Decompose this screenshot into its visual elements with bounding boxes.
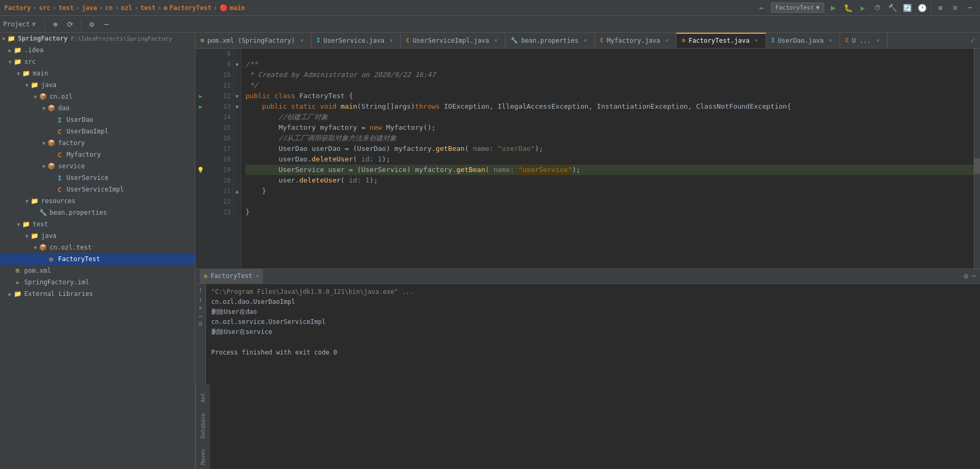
sidebar-item-userdaoimpl[interactable]: C UserDaoImpl	[0, 126, 195, 137]
bean-tab-close[interactable]: ×	[582, 37, 589, 44]
sidebar-item-src[interactable]: ▼ 📁 src	[0, 56, 195, 68]
code-line-14: //创建工厂对象	[246, 112, 974, 122]
tab-userserviceimpl[interactable]: C UserServiceImpl.java ×	[401, 33, 505, 49]
param-userdao: userDao	[312, 143, 341, 154]
idea-arrow-icon: ▶	[8, 47, 12, 53]
run-button[interactable]: ▶	[827, 2, 839, 14]
cls-userdao-17: UserDao	[279, 143, 312, 154]
terminal-line-0: "C:\Program Files\Java\jdk1.8.0_121\bin\…	[211, 287, 975, 297]
minimize-icon[interactable]: ─	[964, 2, 976, 14]
clock-icon[interactable]: 🕐	[916, 2, 928, 14]
terminal-minimize-icon[interactable]: ─	[972, 272, 976, 280]
right-tab-ant[interactable]: Ant	[198, 389, 208, 407]
breadcrumb: Factory › src › test › java › cn › ozl ›…	[4, 4, 245, 12]
cls-string: String	[361, 101, 386, 112]
code-text-area[interactable]: /** * Created by Administrator on 2020/9…	[241, 49, 974, 269]
sidebar-item-pom-xml[interactable]: m pom.xml	[0, 265, 195, 276]
sidebar-item-service[interactable]: ▼ 📦 service	[0, 160, 195, 172]
tab-userservice[interactable]: I UserService.java ×	[312, 33, 401, 49]
terminal-list-icon[interactable]: ☰	[198, 321, 203, 327]
settings-icon[interactable]: ⚙	[86, 18, 98, 31]
sidebar-item-userservice[interactable]: I UserService	[0, 172, 195, 184]
idea-label: .idea	[24, 46, 43, 54]
sidebar-item-main[interactable]: ▼ 📁 main	[0, 68, 195, 79]
sidebar-item-userserviceimpl[interactable]: C UserServiceImpl	[0, 184, 195, 195]
gutter: 8 9 ▼ 10	[195, 49, 241, 269]
restore-icon[interactable]: ⊡	[949, 2, 961, 14]
sidebar-item-resources[interactable]: ▼ 📁 resources	[0, 195, 195, 207]
sidebar-item-cn-ozl-test[interactable]: ▼ 📦 cn.ozl.test	[0, 242, 195, 253]
terminal-up-icon[interactable]: ↑	[199, 286, 202, 293]
idea-folder-icon: 📁	[13, 45, 22, 55]
main-folder-icon: 📁	[21, 69, 31, 78]
line-num-15: 15	[206, 122, 233, 133]
service-label: service	[58, 162, 85, 170]
line-num-16: 16	[206, 133, 233, 143]
back-icon[interactable]: ←	[756, 2, 768, 14]
sidebar-item-springfactory-iml[interactable]: ▪ SpringFactory.iml	[0, 276, 195, 288]
build-button[interactable]: 🔨	[887, 2, 898, 14]
pom-tab-close[interactable]: ×	[298, 37, 306, 44]
tab-userdao[interactable]: I UserDao.java ×	[766, 33, 840, 49]
line-num-12: 12	[206, 91, 233, 101]
sidebar-item-test[interactable]: ▼ 📁 test	[0, 218, 195, 230]
code-line-17: UserDao userDao = (UserDao) myfactory.ge…	[246, 143, 974, 154]
sidebar-item-external-libs[interactable]: ▶ 📁 External Libraries	[0, 288, 195, 300]
userserviceimpl-tab-close[interactable]: ×	[492, 37, 500, 44]
coverage-button[interactable]: ▶	[857, 2, 869, 14]
u-tab-close[interactable]: ×	[874, 37, 882, 44]
sidebar-item-java[interactable]: ▼ 📁 java	[0, 79, 195, 91]
project-arrow-icon: ▼	[32, 21, 36, 28]
sidebar-item-factorytest[interactable]: ⚙ FactoryTest	[0, 253, 195, 265]
code-editor[interactable]: 8 9 ▼ 10	[195, 49, 980, 269]
run-gutter-15	[195, 122, 206, 133]
sidebar-item-cn-ozl[interactable]: ▼ 📦 cn.ozl	[0, 91, 195, 102]
profiler-button[interactable]: ⏱	[872, 2, 883, 14]
terminal-tab-close[interactable]: ×	[256, 273, 259, 279]
run-gutter-13[interactable]: ▶	[195, 101, 206, 112]
u-tab-label: U ...	[852, 37, 871, 44]
sidebar-item-java-test[interactable]: ▼ 📁 java	[0, 230, 195, 242]
sync-icon[interactable]: ⟳	[64, 18, 77, 31]
userservice-tab-close[interactable]: ×	[388, 37, 395, 44]
terminal-tab-factorytest[interactable]: ⚙ FactoryTest ×	[200, 269, 263, 283]
tab-factorytest[interactable]: ⚙ FactoryTest.java ×	[676, 33, 766, 49]
layout-icon[interactable]: ⊞	[935, 2, 946, 14]
right-tab-maven[interactable]: Maven	[198, 445, 208, 469]
run-config-dropdown[interactable]: FactoryTest ▼	[771, 3, 824, 13]
fold-gutter-23	[233, 207, 241, 217]
dao-label: dao	[58, 104, 70, 112]
fold-gutter-17	[233, 143, 241, 154]
sync-button[interactable]: 🔄	[901, 2, 913, 14]
tab-pom-xml[interactable]: m pom.xml (SpringFactory) ×	[195, 33, 312, 49]
tab-myfactory[interactable]: C Myfactory.java ×	[595, 33, 677, 49]
sidebar-root[interactable]: ▼ 📁 SpringFactory F:\IdeaProjects\Spring…	[0, 33, 195, 44]
tab-u-more[interactable]: C U ... ×	[840, 33, 888, 49]
collapse-icon[interactable]: ─	[100, 18, 113, 31]
terminal-wrap-icon[interactable]: ↵	[199, 313, 202, 319]
sidebar-item-idea[interactable]: ▶ 📁 .idea	[0, 44, 195, 56]
add-icon[interactable]: ⊕	[49, 18, 62, 31]
run-gutter-12[interactable]: ▶	[195, 91, 206, 101]
right-tab-database[interactable]: Database	[198, 409, 208, 443]
terminal-filter-icon[interactable]: ≡	[199, 305, 202, 311]
sidebar-item-userdao[interactable]: I UserDao	[0, 114, 195, 126]
paren-close-13: )	[411, 101, 415, 112]
sidebar-item-bean-properties[interactable]: 🔧 bean.properties	[0, 207, 195, 218]
factorytest-tab-close[interactable]: ×	[753, 37, 760, 44]
debug-button[interactable]: 🐛	[842, 2, 854, 14]
myfactory-tab-close[interactable]: ×	[663, 37, 671, 44]
sidebar-item-myfactory[interactable]: C Myfactory	[0, 149, 195, 160]
terminal-settings-icon[interactable]: ⚙	[964, 272, 968, 280]
userdao-tab-close[interactable]: ×	[827, 37, 834, 44]
terminal-down-icon[interactable]: ↓	[199, 295, 202, 303]
scrollbar-minimap[interactable]	[974, 49, 980, 269]
sidebar-item-factory[interactable]: ▼ 📦 factory	[0, 137, 195, 149]
sidebar-item-dao[interactable]: ▼ 📦 dao	[0, 102, 195, 114]
dao-arrow-icon: ▼	[42, 106, 45, 111]
warn-gutter-19: 💡	[195, 165, 206, 175]
run-config-arrow-icon: ▼	[816, 4, 819, 11]
tab-bean-properties[interactable]: 🔧 bean.properties ×	[505, 33, 595, 49]
scrollbar-thumb[interactable]	[974, 158, 980, 174]
factorytest-tab-label: FactoryTest.java	[689, 37, 750, 44]
